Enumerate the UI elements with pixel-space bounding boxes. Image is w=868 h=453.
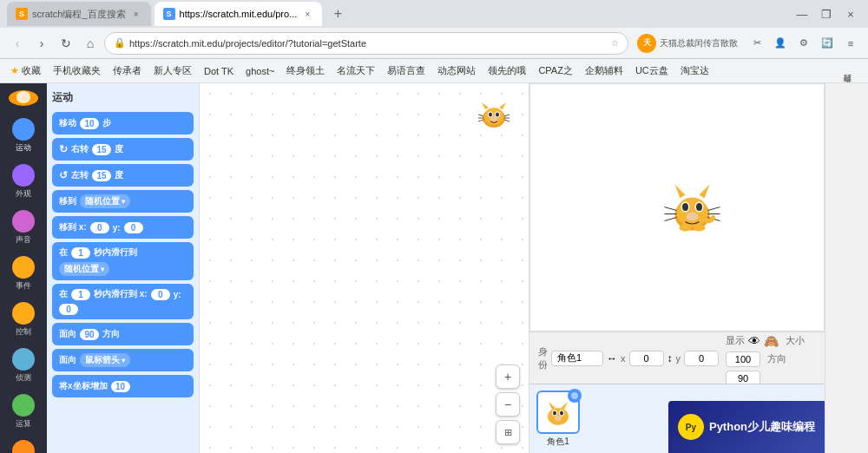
block-gr-pre: 在 xyxy=(59,246,68,259)
svg-point-6 xyxy=(489,113,492,117)
bookmark-famous[interactable]: 名流天下 xyxy=(333,62,378,79)
block-turn-left-suffix: 度 xyxy=(115,169,123,181)
script-area[interactable]: + − ⊞ xyxy=(199,83,529,453)
bookmark-lead[interactable]: 领先的哦 xyxy=(484,62,529,79)
stage-info-bar: 身份 ↔ x ↕ y 显示 👁 🙈 大小 方向 xyxy=(529,332,825,384)
block-turn-right[interactable]: ↻ 右转 15 度 xyxy=(52,138,194,161)
tab2-favicon: S xyxy=(163,8,175,20)
category-events[interactable]: 事件 xyxy=(2,253,45,295)
sprite-badge xyxy=(568,389,582,403)
svg-line-11 xyxy=(478,120,483,121)
bookmark-dynamic[interactable]: 动态网站 xyxy=(434,62,479,79)
forward-button[interactable]: › xyxy=(31,33,52,54)
settings-button[interactable]: ⚙ xyxy=(793,33,814,54)
block-glide-xy[interactable]: 在 1 秒内滑行到 x: 0 y: 0 xyxy=(52,284,194,319)
y-label: y xyxy=(676,353,681,364)
x-input[interactable] xyxy=(629,351,664,366)
bookmark-penguin[interactable]: 企鹅辅料 xyxy=(582,62,627,79)
bookmark-mobile[interactable]: 手机收藏夹 xyxy=(49,62,104,79)
tab1-favicon: S xyxy=(16,8,28,20)
zoom-out-button[interactable]: − xyxy=(496,392,520,417)
block-goto-label: 移到 xyxy=(59,195,76,207)
eye-hidden-icon[interactable]: 🙈 xyxy=(764,334,779,348)
block-fm-dropdown[interactable]: 鼠标箭头 xyxy=(80,353,130,367)
tab-1[interactable]: S scratch编程_百度搜索 × xyxy=(7,2,151,26)
bookmark-star-url[interactable]: ☆ xyxy=(611,38,619,48)
sprite-props-group: 显示 👁 🙈 大小 方向 xyxy=(726,334,816,386)
svg-point-38 xyxy=(560,410,563,415)
bookmark-ghost[interactable]: ghost~ xyxy=(242,64,278,78)
category-looks-label: 外观 xyxy=(16,188,31,200)
size-input[interactable] xyxy=(726,351,760,367)
home-button[interactable]: ⌂ xyxy=(80,33,101,54)
tab2-close[interactable]: × xyxy=(301,8,313,20)
block-goto-dropdown[interactable]: 随机位置 xyxy=(80,194,130,208)
refresh-button[interactable]: ↻ xyxy=(56,33,76,54)
category-looks[interactable]: 外观 xyxy=(2,161,45,203)
bookmark-taobao[interactable]: 淘宝达 xyxy=(677,62,713,79)
tab2-title: https://scratch.mit.edu/pro... xyxy=(180,9,298,19)
category-sensing[interactable]: 侦测 xyxy=(2,345,45,387)
bookmark-easy[interactable]: 易语言查 xyxy=(384,62,429,79)
block-glide-random[interactable]: 在 1 秒内滑行到 随机位置 xyxy=(52,242,194,280)
sync-button[interactable]: 🔄 xyxy=(817,33,838,54)
bookmark-uc[interactable]: UC云盘 xyxy=(632,62,672,79)
minimize-button[interactable]: — xyxy=(792,3,812,24)
bookmark-new[interactable]: 新人专区 xyxy=(150,62,195,79)
accounts-button[interactable]: 👤 xyxy=(770,33,791,54)
category-motion[interactable]: 运动 xyxy=(2,115,45,157)
block-gr-dropdown[interactable]: 随机位置 xyxy=(59,262,109,276)
block-turn-right-value: 15 xyxy=(92,144,111,155)
category-control[interactable]: 控制 xyxy=(2,299,45,341)
bm9-label: 易语言查 xyxy=(387,64,425,77)
new-tab-button[interactable]: + xyxy=(326,2,350,26)
bookmark-cpaz[interactable]: CPAZ之 xyxy=(535,62,576,79)
bm5-label: Dot TK xyxy=(204,66,233,76)
close-button[interactable]: × xyxy=(840,3,861,24)
block-turn-left[interactable]: ↺ 左转 15 度 xyxy=(52,164,194,187)
scratch-logo[interactable] xyxy=(9,90,38,106)
bm2-label: 手机收藏夹 xyxy=(53,64,101,77)
ad-overlay[interactable]: Py Python少儿趣味编程 xyxy=(668,401,825,453)
category-sound-circle xyxy=(12,210,35,233)
svg-line-27 xyxy=(707,207,720,211)
block-goto-random[interactable]: 移到 随机位置 xyxy=(52,190,194,213)
sprite-name-input[interactable] xyxy=(551,351,603,366)
menu-button[interactable]: ≡ xyxy=(840,33,861,54)
block-fm-label: 面向 xyxy=(59,354,76,366)
category-motion-circle xyxy=(12,118,35,141)
zoom-in-button[interactable]: + xyxy=(496,364,520,389)
eye-visible-icon[interactable]: 👁 xyxy=(748,334,760,348)
block-gxy2-value: 1 xyxy=(71,289,90,300)
x-label: x xyxy=(621,353,626,364)
svg-point-37 xyxy=(553,410,556,415)
category-operators[interactable]: 运算 xyxy=(2,391,45,433)
bm11-label: 领先的哦 xyxy=(488,64,526,77)
bm13-label: 企鹅辅料 xyxy=(585,64,623,77)
sprite-1-thumb[interactable] xyxy=(536,391,580,434)
stage-tab[interactable]: 舞台 xyxy=(825,83,868,453)
sprite-1-label: 角色1 xyxy=(547,436,569,448)
extensions-button[interactable]: ✂ xyxy=(746,33,767,54)
block-goto-xy[interactable]: 移到 x: 0 y: 0 xyxy=(52,216,194,239)
category-operators-label: 运算 xyxy=(16,418,31,430)
script-area-cat xyxy=(477,99,511,129)
tab-2[interactable]: S https://scratch.mit.edu/pro... × xyxy=(155,2,323,26)
block-move[interactable]: 移动 10 步 xyxy=(52,112,194,135)
tab1-close[interactable]: × xyxy=(130,8,142,20)
block-direction[interactable]: 面向 90 方向 xyxy=(52,323,194,345)
zoom-fit-button[interactable]: ⊞ xyxy=(496,420,520,444)
restore-button[interactable]: ❐ xyxy=(816,3,837,24)
bookmark-inherit[interactable]: 传承者 xyxy=(109,62,145,79)
category-variables[interactable]: 变量 xyxy=(2,437,45,453)
block-face-mouse[interactable]: 面向 鼠标箭头 xyxy=(52,349,194,371)
category-sound[interactable]: 声音 xyxy=(2,207,45,249)
block-change-x[interactable]: 将x坐标增加 10 xyxy=(52,375,194,397)
back-button[interactable]: ‹ xyxy=(7,33,28,54)
url-bar[interactable]: 🔒 https://scratch.mit.edu/projects/edito… xyxy=(104,32,628,55)
y-input[interactable] xyxy=(684,351,719,366)
bookmark-life[interactable]: 终身领土 xyxy=(283,62,328,79)
bookmark-dottk[interactable]: Dot TK xyxy=(201,64,237,78)
bookmark-collections[interactable]: ★ 收藏 xyxy=(7,62,44,79)
bm8-label: 名流天下 xyxy=(337,64,375,77)
